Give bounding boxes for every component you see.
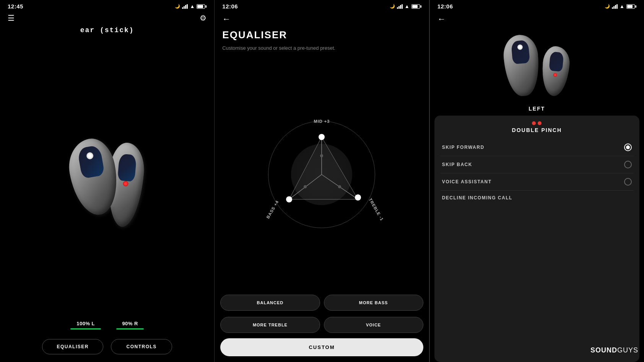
- svg-marker-3: [289, 137, 358, 199]
- earbuds-small-container: [430, 27, 644, 104]
- time-3: 12:06: [437, 3, 453, 10]
- signal-bar3: [185, 5, 186, 9]
- battery-tip-3: [635, 5, 636, 8]
- nav-buttons: EQUALISER CONTROLS: [0, 335, 214, 362]
- nav-controls-btn[interactable]: CONTROLS: [111, 339, 172, 354]
- soundguys-light: GUYS: [617, 346, 638, 354]
- s3-bar1: [612, 7, 613, 9]
- status-bar-3: 12:06 🌙 ▲: [430, 0, 644, 11]
- controls-panel: DOUBLE PINCH SKIP FORWARD SKIP BACK VOIC…: [434, 116, 639, 362]
- s3-bar4: [616, 4, 618, 9]
- moon-icon-1: 🌙: [175, 4, 180, 9]
- screen3: 12:06 🌙 ▲ ←: [429, 0, 644, 362]
- back-arrow-3[interactable]: ←: [430, 11, 644, 27]
- option-row-voice-assistant[interactable]: VOICE ASSISTANT: [440, 173, 634, 191]
- signal-bar4: [187, 4, 188, 9]
- earbud-sm-right: [540, 45, 571, 97]
- status-icons-3: 🌙 ▲: [605, 3, 636, 9]
- battery-icon-3: [626, 4, 636, 9]
- radio-skip-forward[interactable]: [624, 143, 632, 151]
- eq-preset-row-1: BALANCED MORE BASS: [215, 292, 429, 314]
- hamburger-icon[interactable]: ☰: [8, 14, 14, 22]
- gesture-title: DOUBLE PINCH: [440, 127, 634, 133]
- battery-fill-3: [627, 5, 633, 8]
- svg-point-12: [355, 194, 361, 201]
- signal-icon-3: [612, 4, 618, 9]
- eq-preset-more-bass[interactable]: MORE BASS: [324, 295, 423, 311]
- option-row-skip-forward[interactable]: SKIP FORWARD: [440, 139, 634, 156]
- soundguys-watermark: SOUNDGUYS: [590, 346, 638, 354]
- wifi-icon-3: ▲: [620, 3, 624, 9]
- device-name: ear (stick): [0, 26, 214, 34]
- wifi-icon-1: ▲: [190, 3, 195, 9]
- battery-label-left: 100% L: [70, 321, 101, 326]
- wifi-icon-2: ▲: [405, 3, 410, 9]
- eq-visualizer: MID +3 BASS +4 TREBLE -1: [215, 57, 429, 292]
- svg-point-9: [338, 185, 341, 188]
- svg-point-7: [320, 154, 323, 157]
- eq-subtitle: Customise your sound or select a pre-tun…: [215, 43, 429, 57]
- s2-bar1: [397, 7, 398, 9]
- double-pinch-indicator: [440, 121, 634, 125]
- status-icons-1: 🌙 ▲: [175, 3, 207, 9]
- signal-bar1: [182, 7, 183, 9]
- eq-custom-btn[interactable]: CUSTOM: [220, 338, 423, 356]
- battery-body-1: [197, 4, 205, 9]
- eq-preset-voice[interactable]: VOICE: [324, 317, 423, 333]
- eq-label-mid: MID +3: [314, 119, 330, 124]
- time-2: 12:06: [222, 3, 238, 10]
- battery-tip-2: [420, 5, 421, 8]
- screen1: 12:45 🌙 ▲ ☰ ⚙: [0, 0, 214, 362]
- svg-point-10: [319, 134, 325, 140]
- option-label-skip-back: SKIP BACK: [442, 162, 472, 167]
- radio-voice-assistant[interactable]: [624, 178, 632, 186]
- battery-tip-1: [205, 5, 207, 8]
- earbuds-container: [0, 38, 214, 317]
- battery-fill-2: [412, 5, 418, 8]
- status-bar-1: 12:45 🌙 ▲: [0, 0, 214, 11]
- gear-icon[interactable]: ⚙: [200, 13, 207, 23]
- signal-bar2: [184, 6, 185, 9]
- battery-icon-1: [197, 4, 207, 9]
- s3-bar3: [615, 5, 616, 9]
- option-label-decline-call: DECLINE INCOMING CALL: [442, 195, 512, 201]
- radio-skip-back[interactable]: [624, 161, 632, 168]
- left-label: LEFT: [430, 104, 644, 116]
- screens-container: 12:45 🌙 ▲ ☰ ⚙: [0, 0, 644, 362]
- s3-bar2: [613, 6, 615, 9]
- soundguys-bold: SOUND: [590, 346, 617, 354]
- red-dot-2: [538, 121, 542, 125]
- option-row-skip-back[interactable]: SKIP BACK: [440, 156, 634, 173]
- status-bar-2: 12:06 🌙 ▲: [215, 0, 429, 11]
- eq-preset-more-treble[interactable]: MORE TREBLE: [220, 317, 320, 333]
- eq-circle-container: MID +3 BASS +4 TREBLE -1: [268, 121, 375, 228]
- option-label-skip-forward: SKIP FORWARD: [442, 145, 485, 150]
- battery-body-3: [626, 4, 635, 9]
- battery-item-left: 100% L: [70, 321, 101, 329]
- s2-bar3: [400, 5, 401, 9]
- battery-bar-left: [70, 328, 101, 329]
- radio-inner-skip-forward: [626, 145, 630, 149]
- battery-item-right: 90% R: [116, 321, 144, 329]
- nav-equaliser-btn[interactable]: EQUALISER: [42, 339, 103, 354]
- back-arrow-2[interactable]: ←: [215, 11, 429, 27]
- option-label-voice-assistant: VOICE ASSISTANT: [442, 179, 492, 184]
- s2-bar2: [398, 6, 400, 9]
- battery-bar-right: [116, 328, 144, 329]
- eq-preset-balanced[interactable]: BALANCED: [220, 295, 320, 311]
- time-1: 12:45: [8, 3, 23, 10]
- eq-title: EQUALISER: [215, 27, 429, 43]
- screen1-header: ☰ ⚙: [0, 11, 214, 26]
- eq-preset-row-2: MORE TREBLE VOICE: [215, 314, 429, 336]
- battery-section: 100% L 90% R: [0, 317, 214, 335]
- svg-point-8: [304, 185, 307, 188]
- eq-svg: [268, 121, 375, 228]
- signal-icon-2: [397, 4, 403, 9]
- earbud-sm-left: [502, 33, 542, 97]
- battery-body-2: [411, 4, 420, 9]
- status-icons-2: 🌙 ▲: [390, 3, 421, 9]
- red-dot-1: [532, 121, 536, 125]
- option-row-decline-call[interactable]: DECLINE INCOMING CALL: [440, 191, 634, 205]
- battery-fill-1: [197, 5, 203, 8]
- battery-label-right: 90% R: [116, 321, 144, 326]
